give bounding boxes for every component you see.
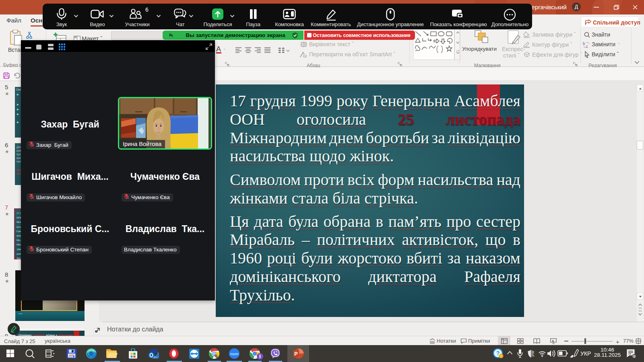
svg-text:1: 1 (633, 355, 635, 358)
svg-text:P: P (294, 351, 297, 357)
svg-text:!: ! (501, 354, 502, 358)
svg-text:!: ! (533, 354, 534, 357)
svg-text:zoom: zoom (230, 352, 239, 356)
svg-text:b: b (583, 41, 585, 46)
